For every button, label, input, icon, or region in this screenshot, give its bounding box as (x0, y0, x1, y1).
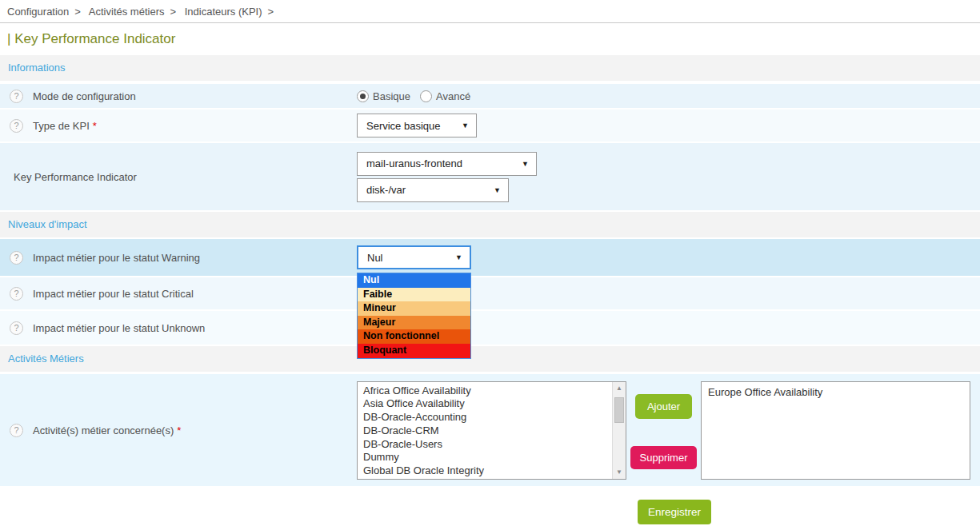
kpi-label-cell: Key Performance Indicator (0, 171, 357, 183)
breadcrumb-separator: > (170, 6, 176, 18)
help-icon[interactable]: ? (10, 90, 23, 103)
row-mode-de-configuration: ? Mode de configuration Basique Avancé (0, 84, 980, 108)
breadcrumb: Configuration> Activités métiers> Indica… (0, 0, 980, 23)
mode-value-cell: Basique Avancé (357, 90, 980, 102)
radio-basique[interactable]: Basique (357, 90, 410, 102)
breadcrumb-link[interactable]: Indicateurs (KPI) (185, 6, 262, 18)
breadcrumb-link[interactable]: Configuration (7, 6, 69, 18)
select-arrow-icon: ▼ (455, 253, 462, 261)
available-activities-listbox[interactable]: Africa Office Availability Asia Office A… (357, 381, 626, 480)
required-asterisk: * (93, 120, 97, 132)
radio-avance-label: Avancé (436, 90, 470, 102)
available-activity-option[interactable]: Global DB Oracle Integrity (363, 464, 610, 478)
impact-dropdown-option[interactable]: Bloquant (358, 344, 470, 358)
required-asterisk: * (177, 424, 181, 436)
save-bar: Enregistrer (0, 500, 980, 524)
select-arrow-icon: ▼ (462, 122, 469, 130)
impact-dropdown-option[interactable]: Mineur (358, 301, 470, 316)
row-type-de-kpi: ? Type de KPI * Service basique ▼ (0, 110, 980, 141)
row-key-performance-indicator: Key Performance Indicator mail-uranus-fr… (0, 143, 980, 210)
impact-dropdown-option[interactable]: Non fonctionnel (358, 329, 470, 344)
type-label: Type de KPI (33, 120, 90, 132)
type-value-cell: Service basique ▼ (357, 114, 980, 137)
row-activities: ? Activité(s) métier concernée(s) * Afri… (0, 374, 980, 486)
section-header-informations: Informations (0, 55, 980, 81)
mode-label-cell: ? Mode de configuration (0, 90, 357, 103)
radio-basique-circle[interactable] (357, 90, 369, 102)
scroll-up-icon[interactable]: ▲ (613, 382, 626, 395)
warning-label: Impact métier pour le statut Warning (33, 252, 200, 264)
kpi-host-select[interactable]: mail-uranus-frontend ▼ (357, 152, 537, 176)
kpi-host-select-value: mail-uranus-frontend (366, 157, 462, 169)
radio-basique-label: Basique (373, 90, 410, 102)
breadcrumb-item: Indicateurs (KPI)> (185, 6, 279, 18)
type-label-cell: ? Type de KPI * (0, 119, 357, 133)
select-arrow-icon: ▼ (522, 160, 529, 168)
unknown-label: Impact métier pour le statut Unknown (33, 322, 205, 334)
help-icon[interactable]: ? (10, 119, 23, 133)
breadcrumb-separator: > (74, 6, 81, 18)
kpi-value-cell: mail-uranus-frontend ▼ disk-/var ▼ (357, 152, 980, 202)
kpi-service-select[interactable]: disk-/var ▼ (357, 178, 509, 202)
available-activity-option[interactable]: Africa Office Availability (363, 385, 610, 398)
activities-value-cell: Africa Office Availability Asia Office A… (357, 381, 980, 480)
help-icon[interactable]: ? (10, 287, 23, 301)
scrollbar-thumb[interactable] (614, 397, 624, 423)
add-button[interactable]: Ajouter (635, 394, 692, 419)
activities-label-cell: ? Activité(s) métier concernée(s) * (0, 424, 357, 437)
available-activity-option[interactable]: DB-Oracle-CRM (363, 424, 610, 438)
kpi-label: Key Performance Indicator (14, 171, 137, 183)
help-icon[interactable]: ? (10, 251, 23, 265)
picker-buttons: Ajouter Supprimer (626, 381, 701, 480)
selected-activities-listbox[interactable]: Europe Office Availability (701, 381, 970, 480)
available-activity-option[interactable]: DB-Oracle-Accounting (363, 411, 610, 424)
impact-dropdown-list: Nul Faible Mineur Majeur Non fonctionnel… (357, 273, 471, 359)
page-title: | Key Performance Indicator (0, 23, 980, 55)
selected-activity-option[interactable]: Europe Office Availability (708, 385, 963, 399)
breadcrumb-item: Activités métiers> (89, 6, 182, 18)
critical-label: Impact métier pour le statut Critical (33, 288, 194, 300)
row-impact-warning: ? Impact métier pour le statut Warning N… (0, 239, 980, 276)
type-select-value: Service basique (366, 120, 441, 132)
radio-avance[interactable]: Avancé (420, 90, 470, 102)
scroll-down-icon[interactable]: ▼ (613, 466, 626, 479)
radio-avance-circle[interactable] (420, 90, 432, 102)
remove-button[interactable]: Supprimer (630, 446, 698, 469)
kpi-service-select-value: disk-/var (366, 184, 406, 196)
mode-label: Mode de configuration (33, 90, 136, 102)
critical-label-cell: ? Impact métier pour le statut Critical (0, 287, 357, 301)
activities-label: Activité(s) métier concernée(s) (33, 424, 174, 436)
warning-label-cell: ? Impact métier pour le statut Warning (0, 251, 357, 265)
scrollbar[interactable]: ▲ ▼ (612, 382, 626, 479)
available-activities-items: Africa Office Availability Asia Office A… (358, 382, 626, 479)
save-button[interactable]: Enregistrer (638, 500, 711, 524)
unknown-label-cell: ? Impact métier pour le statut Unknown (0, 321, 357, 335)
available-activity-option[interactable]: Asia Office Availability (363, 397, 610, 411)
impact-dropdown-option[interactable]: Nul (358, 273, 470, 288)
warning-impact-select-value: Nul (367, 252, 383, 264)
row-impact-critical: ? Impact métier pour le statut Critical (0, 277, 980, 309)
impact-dropdown-option[interactable]: Majeur (358, 316, 470, 330)
available-activity-option[interactable]: Dummy (363, 451, 610, 464)
help-icon[interactable]: ? (10, 424, 23, 437)
section-header-impact: Niveaux d'impact (0, 212, 980, 237)
warning-value-cell: Nul ▼ Nul Faible Mineur Majeur Non fonct… (357, 245, 980, 269)
select-arrow-icon: ▼ (494, 186, 501, 194)
warning-impact-select[interactable]: Nul ▼ (357, 245, 471, 269)
section-header-activities: Activités Métiers (0, 346, 980, 372)
type-select[interactable]: Service basique ▼ (357, 114, 477, 137)
row-impact-unknown: ? Impact métier pour le statut Unknown (0, 311, 980, 345)
breadcrumb-link[interactable]: Activités métiers (89, 6, 165, 18)
available-activity-option[interactable]: DB-Oracle-Users (363, 438, 610, 452)
breadcrumb-item: Configuration> (7, 6, 86, 18)
help-icon[interactable]: ? (10, 321, 23, 335)
impact-dropdown-option[interactable]: Faible (358, 288, 470, 302)
breadcrumb-separator: > (268, 6, 274, 18)
